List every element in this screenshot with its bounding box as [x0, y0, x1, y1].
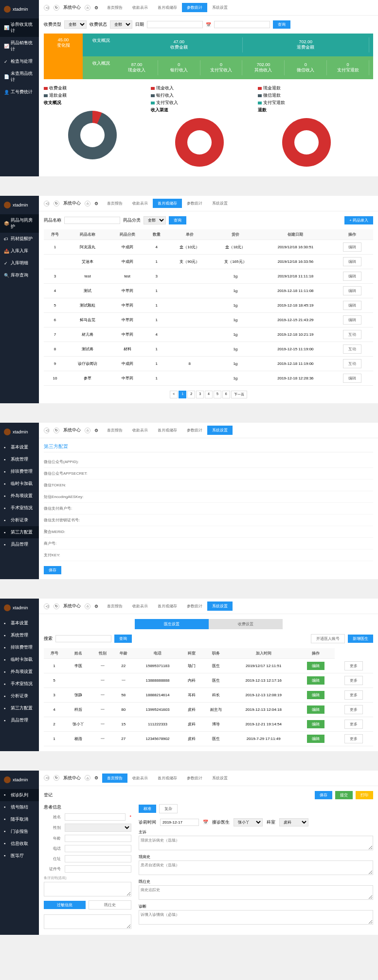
search-button[interactable]: 查询 [114, 635, 132, 643]
tab-2[interactable]: 首月或储存 [153, 774, 182, 783]
page-button[interactable]: 3 [196, 391, 204, 398]
idcard-input[interactable] [65, 865, 131, 873]
page-button[interactable]: 4 [205, 391, 213, 398]
sidebar-item-3[interactable]: 📄未查用品统计 [0, 68, 39, 86]
menu-label[interactable]: 系统中心 [63, 4, 81, 11]
edit-button[interactable]: 编辑 [343, 286, 361, 295]
search-button[interactable]: 查询 [273, 20, 290, 29]
refresh-icon[interactable]: ↻ [54, 603, 59, 609]
pill-complex[interactable]: 复杂 [159, 804, 178, 813]
tab-2[interactable]: 首月或储存 [153, 199, 182, 208]
page-button[interactable]: 1 [179, 391, 186, 398]
home-icon[interactable]: ⌂ [85, 428, 90, 433]
tab-1[interactable]: 收款表示 [127, 774, 153, 783]
more-button[interactable]: 更多 [344, 734, 363, 743]
page-button[interactable]: 2 [187, 391, 195, 398]
tab-allergy[interactable]: 过敏信息 [44, 901, 86, 909]
back-icon[interactable]: ◁ [44, 603, 50, 609]
search-button[interactable]: 查询 [169, 216, 186, 224]
sidebar-item-8[interactable]: ▪员品管理 [0, 538, 39, 550]
config-item[interactable]: 微信公众号(APPID): [44, 456, 373, 468]
home-icon[interactable]: ⌂ [85, 775, 90, 781]
edit-button[interactable]: 互动 [343, 344, 361, 354]
config-item[interactable]: 商户号: [44, 538, 373, 550]
config-item[interactable]: 微信公众号APPSECRET: [44, 468, 373, 480]
page-button[interactable]: < [170, 391, 178, 398]
back-icon[interactable]: ◁ [44, 428, 50, 433]
edit-button[interactable]: 编辑 [343, 242, 361, 252]
phone-input[interactable] [65, 845, 131, 852]
allergy-input[interactable] [44, 914, 131, 929]
config-item[interactable]: 支付KEY: [44, 550, 373, 561]
sidebar-item-4[interactable]: 🔍库存查询 [0, 269, 39, 281]
home-icon[interactable]: ⌂ [85, 603, 90, 609]
refresh-icon[interactable]: ↻ [54, 5, 59, 11]
tab-1[interactable]: 收款表示 [127, 602, 153, 611]
gear-icon[interactable]: ⚙ [94, 428, 98, 433]
page-button[interactable]: 下一页 [231, 391, 247, 398]
edit-button[interactable]: 编辑 [343, 272, 361, 281]
back-icon[interactable]: ◁ [44, 201, 50, 206]
sex-select[interactable] [65, 824, 131, 832]
tab-4[interactable]: 系统设置 [207, 426, 233, 435]
sidebar-item-3[interactable]: ▪临时卡加载 [0, 478, 39, 490]
search-input[interactable] [55, 635, 111, 642]
edit-button[interactable]: 编辑 [307, 735, 324, 743]
sidebar-item-8[interactable]: ▪员品管理 [0, 714, 39, 726]
page-button[interactable]: 5 [214, 391, 221, 398]
edit-button[interactable]: 编辑 [343, 301, 361, 310]
edit-button[interactable]: 互动 [343, 330, 361, 339]
sidebar-item-0[interactable]: ▪候诊队列 [0, 789, 39, 801]
calendar-icon[interactable]: 📅 [203, 820, 208, 825]
tab-3[interactable]: 参数统计 [182, 774, 207, 783]
refresh-icon[interactable]: ↻ [54, 775, 59, 781]
tab-history[interactable]: 既往史 [89, 900, 131, 910]
sidebar-item-0[interactable]: 📦药品与药房护 [0, 214, 39, 233]
tab-1[interactable]: 收款表示 [127, 199, 153, 208]
tab-3[interactable]: 参数统计 [182, 602, 207, 611]
sidebar-item-5[interactable]: ▪手术室情况 [0, 502, 39, 514]
save-button[interactable]: 保存 [315, 791, 332, 799]
sidebar-item-4[interactable]: ▪信息收取 [0, 838, 39, 850]
addr-input[interactable] [65, 855, 131, 862]
gear-icon[interactable]: ⚙ [94, 775, 98, 780]
cat-select[interactable]: 全部 [144, 216, 166, 224]
tab-4[interactable]: 系统设置 [207, 3, 233, 12]
tab-4[interactable]: 系统设置 [207, 774, 233, 783]
sidebar-item-7[interactable]: ▪第三方配置 [0, 702, 39, 714]
age-input[interactable] [65, 835, 131, 842]
tab-3[interactable]: 参数统计 [182, 426, 207, 435]
sidebar-item-2[interactable]: ✓检查与处理 [0, 55, 39, 68]
edit-button[interactable]: 编辑 [343, 315, 361, 325]
tab-0[interactable]: 首页报告 [102, 774, 127, 783]
tab-0[interactable]: 首页报告 [102, 426, 127, 435]
back-icon[interactable]: ◁ [44, 5, 50, 11]
add-button[interactable]: + 药品录入 [344, 216, 373, 224]
name-input[interactable] [65, 813, 126, 821]
sidebar-item-1[interactable]: 🏷药材提醒护 [0, 233, 39, 245]
sidebar-item-1[interactable]: 📈药品销售统计 [0, 37, 39, 55]
sidebar-item-0[interactable]: ▪基本设置 [0, 441, 39, 453]
tab-4[interactable]: 系统设置 [207, 602, 233, 611]
back-icon[interactable]: ◁ [44, 775, 50, 781]
pill-1[interactable]: 收费设置 [209, 619, 283, 629]
more-button[interactable]: 更多 [344, 661, 363, 671]
edit-button[interactable]: 互动 [343, 359, 361, 368]
refresh-icon[interactable]: ↻ [54, 201, 59, 206]
sidebar-item-6[interactable]: ▪分析证录 [0, 690, 39, 702]
calendar-icon[interactable]: 📅 [206, 22, 211, 27]
section-input[interactable] [139, 860, 373, 875]
edit-button[interactable]: 编辑 [343, 257, 361, 266]
submit-button[interactable]: 提交 [335, 791, 353, 799]
date-input[interactable] [147, 21, 203, 28]
note-input[interactable] [44, 882, 131, 896]
tab-4[interactable]: 系统设置 [207, 199, 233, 208]
config-item[interactable]: 微信TOKEN: [44, 480, 373, 491]
home-icon[interactable]: ⌂ [85, 5, 90, 11]
config-item[interactable]: 聚合MERID: [44, 526, 373, 538]
tab-0[interactable]: 首页报告 [102, 199, 127, 208]
pill-0[interactable]: 医生设置 [135, 619, 209, 629]
more-button[interactable]: 更多 [344, 705, 363, 714]
pill-standard[interactable]: 标准 [139, 805, 156, 813]
home-icon[interactable]: ⌂ [85, 201, 90, 206]
